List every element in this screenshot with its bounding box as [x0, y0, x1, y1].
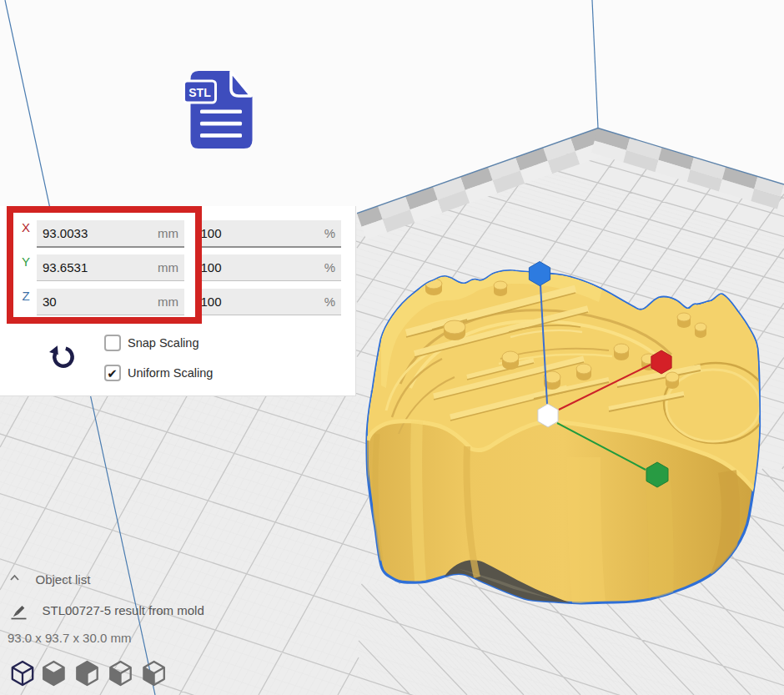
svg-text:STL: STL: [188, 86, 211, 99]
